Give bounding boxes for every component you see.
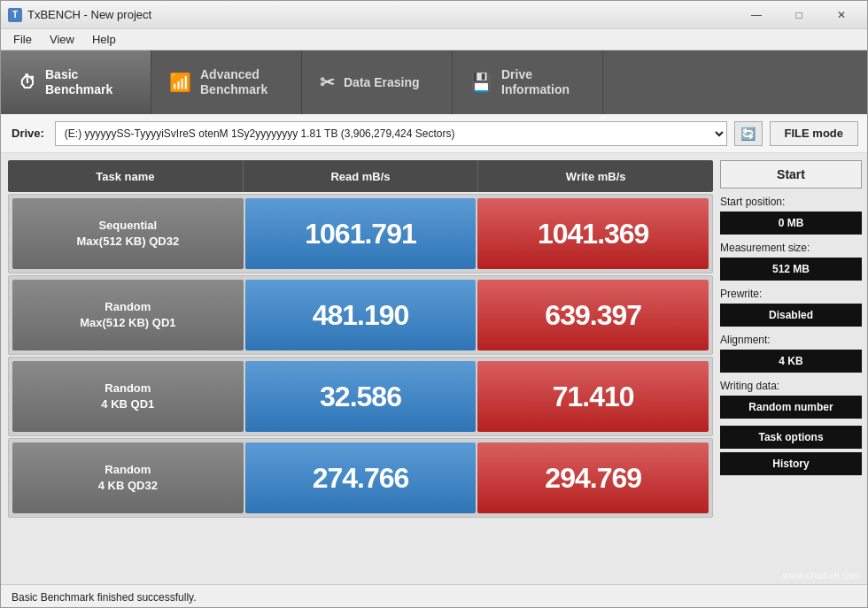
tab-drive-label: DriveInformation [501, 67, 570, 97]
title-bar: T TxBENCH - New project — □ ✕ [1, 1, 868, 29]
menu-file[interactable]: File [4, 29, 41, 50]
tab-advanced-label: AdvancedBenchmark [200, 67, 267, 97]
tab-drive-information[interactable]: 💾 DriveInformation [453, 50, 603, 114]
write-2: 639.397 [477, 280, 709, 350]
maximize-button[interactable]: □ [779, 4, 819, 27]
measurement-size-label: Measurement size: [720, 242, 862, 254]
measurement-size-value: 512 MB [720, 258, 862, 281]
tab-advanced-benchmark[interactable]: 📶 AdvancedBenchmark [151, 50, 302, 114]
drive-refresh-button[interactable]: 🔄 [734, 121, 763, 146]
writing-data-button[interactable]: Random number [720, 396, 862, 419]
chart-icon: 📶 [169, 72, 191, 93]
drive-icon: 💾 [470, 72, 492, 93]
tab-bar: ⏱ BasicBenchmark 📶 AdvancedBenchmark ✂ D… [1, 50, 868, 114]
bench-row-1: SequentialMax(512 KB) QD32 1061.791 1041… [8, 194, 713, 273]
read-2: 481.190 [245, 280, 477, 350]
main-content: Task name Read mB/s Write mB/s Sequentia… [1, 153, 868, 584]
prewrite-label: Prewrite: [720, 288, 862, 300]
header-task: Task name [8, 160, 244, 192]
tab-basic-benchmark[interactable]: ⏱ BasicBenchmark [1, 50, 151, 114]
write-1: 1041.369 [477, 198, 709, 269]
bench-row-4: Random4 KB QD32 274.766 294.769 [8, 438, 713, 518]
read-3: 32.586 [245, 361, 477, 432]
writing-data-label: Writing data: [720, 380, 862, 392]
benchmark-table: Task name Read mB/s Write mB/s Sequentia… [8, 160, 713, 577]
drive-select[interactable]: (E:) yyyyyySS-TyyyyiSvIreS otenM 1Sy2yyy… [55, 121, 727, 146]
alignment-value: 4 KB [720, 350, 862, 373]
window-title: TxBENCH - New project [27, 8, 736, 21]
drive-label: Drive: [12, 127, 44, 140]
start-position-label: Start position: [720, 196, 862, 208]
menu-view[interactable]: View [41, 29, 83, 50]
start-position-value: 0 MB [720, 212, 862, 235]
write-3: 71.410 [477, 361, 709, 432]
window-controls: — □ ✕ [736, 4, 862, 27]
close-button[interactable]: ✕ [821, 4, 862, 27]
minimize-button[interactable]: — [736, 4, 777, 27]
task-options-button[interactable]: Task options [720, 426, 862, 449]
alignment-label: Alignment: [720, 334, 862, 346]
tab-erasing-label: Data Erasing [344, 75, 420, 90]
status-text: Basic Benchmark finished successfully. [12, 591, 197, 604]
app-icon: T [8, 8, 22, 22]
timer-icon: ⏱ [19, 73, 36, 93]
read-4: 274.766 [245, 443, 477, 513]
task-2: RandomMax(512 KB) QD1 [12, 280, 244, 350]
file-mode-button[interactable]: FILE mode [770, 121, 858, 146]
prewrite-value: Disabled [720, 304, 862, 327]
right-panel: Start Start position: 0 MB Measurement s… [720, 160, 862, 577]
read-1: 1061.791 [245, 198, 477, 269]
tab-data-erasing[interactable]: ✂ Data Erasing [302, 50, 453, 114]
menu-bar: File View Help [1, 29, 868, 50]
tab-basic-label: BasicBenchmark [45, 67, 112, 97]
task-3: Random4 KB QD1 [12, 361, 244, 432]
task-4: Random4 KB QD32 [12, 443, 244, 513]
bench-row-2: RandomMax(512 KB) QD1 481.190 639.397 [8, 275, 713, 355]
header-read: Read mB/s [244, 160, 479, 192]
task-1: SequentialMax(512 KB) QD32 [12, 198, 244, 269]
menu-help[interactable]: Help [83, 29, 125, 50]
erase-icon: ✂ [320, 72, 335, 93]
history-button[interactable]: History [720, 452, 862, 475]
start-button[interactable]: Start [720, 160, 862, 189]
bench-row-3: Random4 KB QD1 32.586 71.410 [8, 357, 713, 436]
table-header: Task name Read mB/s Write mB/s [8, 160, 713, 192]
write-4: 294.769 [477, 443, 709, 513]
header-write: Write mB/s [478, 160, 713, 192]
status-bar: Basic Benchmark finished successfully. [1, 584, 868, 608]
drive-row: Drive: (E:) yyyyyySS-TyyyyiSvIreS otenM … [1, 114, 868, 153]
